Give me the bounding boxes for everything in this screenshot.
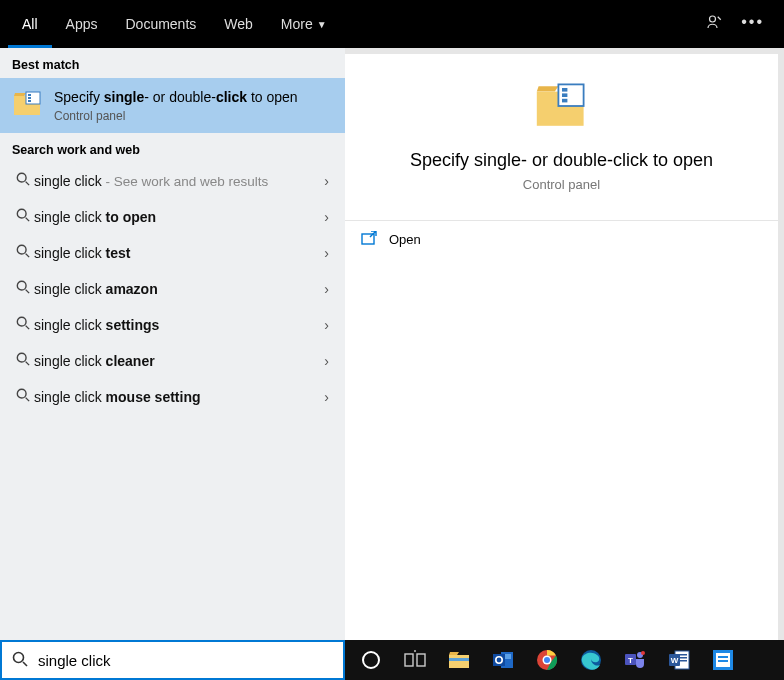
svg-rect-21 <box>417 654 425 666</box>
suggestion-item[interactable]: single click test› <box>0 235 345 271</box>
svg-point-6 <box>17 174 26 183</box>
chrome-icon <box>535 648 559 672</box>
best-match-result[interactable]: Specify single- or double-click to open … <box>0 78 345 133</box>
svg-rect-45 <box>718 660 728 662</box>
svg-point-9 <box>17 282 26 291</box>
svg-rect-15 <box>562 88 567 92</box>
suggestion-item[interactable]: single click cleaner› <box>0 343 345 379</box>
preview-subtitle: Control panel <box>345 177 778 192</box>
suggestion-text: single click cleaner <box>34 353 324 369</box>
svg-rect-17 <box>562 99 567 103</box>
search-icon <box>12 651 28 670</box>
tab-more-label: More <box>281 16 313 32</box>
tab-more[interactable]: More ▼ <box>267 0 341 48</box>
suggestion-text: single click - See work and web results <box>34 173 324 189</box>
taskbar-app-teams[interactable]: T <box>615 640 655 680</box>
chevron-down-icon: ▼ <box>317 19 327 30</box>
suggestion-text: single click settings <box>34 317 324 333</box>
chevron-right-icon[interactable]: › <box>324 173 329 189</box>
svg-rect-44 <box>718 656 728 658</box>
search-icon <box>16 316 34 333</box>
word-icon: W <box>667 648 691 672</box>
edge-icon <box>579 648 603 672</box>
taskbar-app-generic[interactable] <box>703 640 743 680</box>
svg-rect-22 <box>449 655 469 668</box>
results-pane: Best match Specify single- or double-cli… <box>0 48 345 640</box>
search-input[interactable] <box>38 652 333 669</box>
search-tabs-bar: All Apps Documents Web More ▼ ••• <box>0 0 784 48</box>
tab-all[interactable]: All <box>8 0 52 48</box>
search-box[interactable] <box>0 640 345 680</box>
chevron-right-icon[interactable]: › <box>324 353 329 369</box>
open-icon <box>361 231 377 248</box>
svg-point-19 <box>14 652 24 662</box>
preview-open-action[interactable]: Open <box>345 221 778 258</box>
search-icon <box>16 388 34 405</box>
search-icon <box>16 280 34 297</box>
suggestion-item[interactable]: single click to open› <box>0 199 345 235</box>
cortana-icon <box>362 651 380 669</box>
suggestion-item[interactable]: single click settings› <box>0 307 345 343</box>
search-icon <box>16 172 34 189</box>
chevron-right-icon[interactable]: › <box>324 317 329 333</box>
suggestion-item[interactable]: single click amazon› <box>0 271 345 307</box>
section-search-work-web: Search work and web <box>0 133 345 163</box>
preview-open-label: Open <box>389 232 421 247</box>
suggestion-item[interactable]: single click mouse setting› <box>0 379 345 415</box>
tab-apps[interactable]: Apps <box>52 0 112 48</box>
tab-web[interactable]: Web <box>210 0 267 48</box>
svg-rect-4 <box>28 97 31 99</box>
taskbar-app-outlook[interactable] <box>483 640 523 680</box>
taskbar-app-chrome[interactable] <box>527 640 567 680</box>
best-match-title: Specify single- or double-click to open <box>54 88 333 107</box>
svg-text:W: W <box>671 656 679 665</box>
taskbar-app-word[interactable]: W <box>659 640 699 680</box>
svg-rect-3 <box>28 94 31 96</box>
cortana-button[interactable] <box>351 640 391 680</box>
file-explorer-icon <box>447 648 471 672</box>
suggestion-text: single click mouse setting <box>34 389 324 405</box>
chevron-right-icon[interactable]: › <box>324 389 329 405</box>
svg-point-35 <box>641 651 645 655</box>
svg-rect-5 <box>28 100 31 102</box>
svg-point-11 <box>17 354 26 363</box>
taskbar: T W <box>345 640 784 680</box>
preview-pane: Specify single- or double-click to open … <box>345 54 778 640</box>
svg-point-10 <box>17 318 26 327</box>
control-panel-folder-icon <box>534 78 590 134</box>
best-match-subtitle: Control panel <box>54 109 333 123</box>
svg-text:T: T <box>628 656 633 665</box>
chevron-right-icon[interactable]: › <box>324 245 329 261</box>
control-panel-folder-icon <box>12 88 44 120</box>
suggestion-text: single click to open <box>34 209 324 225</box>
svg-point-7 <box>17 210 26 219</box>
task-view-icon <box>403 648 427 672</box>
more-options-icon[interactable]: ••• <box>741 13 764 35</box>
tab-documents[interactable]: Documents <box>111 0 210 48</box>
svg-rect-26 <box>493 654 505 666</box>
svg-point-12 <box>17 390 26 399</box>
section-best-match: Best match <box>0 48 345 78</box>
teams-icon: T <box>623 648 647 672</box>
feedback-icon[interactable] <box>705 13 723 35</box>
task-view-button[interactable] <box>395 640 435 680</box>
svg-point-8 <box>17 246 26 255</box>
svg-rect-20 <box>405 654 413 666</box>
suggestion-text: single click amazon <box>34 281 324 297</box>
taskbar-app-edge[interactable] <box>571 640 611 680</box>
app-icon <box>711 648 735 672</box>
chevron-right-icon[interactable]: › <box>324 281 329 297</box>
search-icon <box>16 244 34 261</box>
svg-point-30 <box>544 657 550 663</box>
svg-rect-16 <box>562 93 567 97</box>
svg-point-0 <box>710 16 716 22</box>
chevron-right-icon[interactable]: › <box>324 209 329 225</box>
svg-rect-23 <box>449 658 469 661</box>
suggestion-item[interactable]: single click - See work and web results› <box>0 163 345 199</box>
suggestion-text: single click test <box>34 245 324 261</box>
search-icon <box>16 352 34 369</box>
outlook-icon <box>491 648 515 672</box>
preview-title: Specify single- or double-click to open <box>345 150 778 171</box>
search-icon <box>16 208 34 225</box>
taskbar-app-file-explorer[interactable] <box>439 640 479 680</box>
